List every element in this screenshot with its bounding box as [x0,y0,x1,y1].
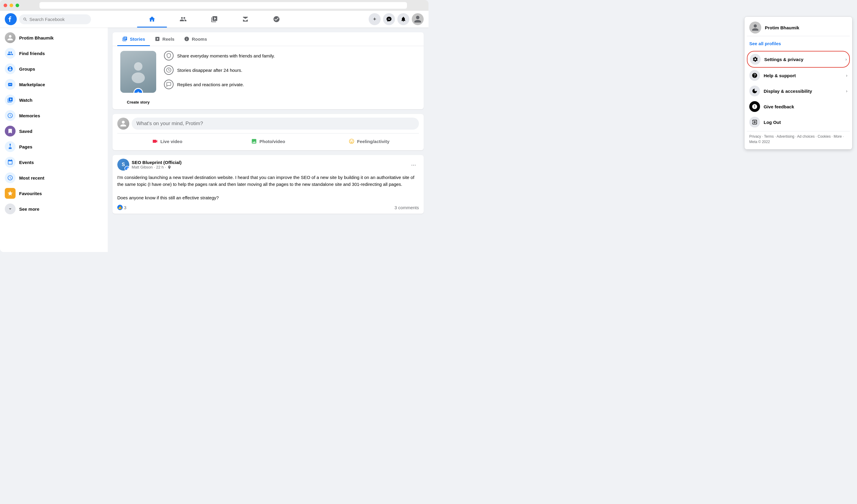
post-author-avatar: S [117,158,129,171]
nav-watch-btn[interactable] [199,12,229,26]
stories-info-text-2: Replies and reactions are private. [177,82,244,87]
facebook-logo[interactable] [5,13,17,25]
sidebar-user-avatar [5,32,16,43]
navbar-center [101,12,328,26]
post-footer: 👍 3 3 comments [113,205,424,210]
live-video-label: Live video [161,139,182,144]
tab-stories[interactable]: Stories [117,33,150,46]
sidebar-user-name: Protim Bhaumik [19,35,54,40]
sidebar-item-events[interactable]: Events [2,154,105,170]
photo-video-btn[interactable]: Photo/video [218,136,318,147]
post-time: 22 h [156,165,164,169]
post-author-info: SEO Blueprint (Official) Matt Gibson · 2… [132,160,182,169]
feeling-activity-btn[interactable]: Feeling/activity [319,136,419,147]
composer-avatar [117,118,129,130]
create-story-plus-btn[interactable]: + [133,88,143,93]
memories-icon [5,110,16,121]
photo-video-label: Photo/video [259,139,285,144]
marketplace-icon [5,79,16,90]
navbar-left [5,13,101,25]
sidebar-groups-label: Groups [19,66,35,71]
tab-rooms-label: Rooms [192,36,207,41]
tab-stories-label: Stories [130,36,145,41]
composer-top: What's on your mind, Protim? [117,118,419,130]
watch-icon [5,95,16,105]
sidebar-pages-label: Pages [19,144,32,149]
composer-actions: Live video Photo/video Feeling/activity [117,133,419,147]
sidebar-item-watch[interactable]: Watch [2,92,105,108]
messenger-icon [386,16,392,22]
create-story-label: Create story [127,100,150,104]
search-box[interactable] [19,14,91,24]
maximize-window-btn[interactable] [16,4,19,7]
sidebar-marketplace-label: Marketplace [19,82,45,87]
notifications-btn[interactable] [397,13,409,25]
groups-icon [5,64,16,74]
post-author-meta: Matt Gibson · 22 h · [132,165,182,169]
content-area: Stories Reels Rooms [108,28,428,252]
sidebar-item-pages[interactable]: Pages [2,139,105,154]
find-friends-icon [5,48,16,58]
live-video-icon [152,138,158,144]
sidebar-see-more-label: See more [19,206,39,212]
rooms-tab-icon [184,36,189,41]
sidebar-item-groups[interactable]: Groups [2,61,105,77]
post-more-options-btn[interactable]: ··· [408,159,419,170]
nav-groups-btn[interactable] [262,12,291,26]
post-composer-input[interactable]: What's on your mind, Protim? [132,118,419,130]
comments-count: 3 comments [394,205,419,210]
sub-badge-inner [125,166,129,171]
like-icon: 👍 [117,205,123,210]
disappear-icon [164,65,173,75]
post-likes: 👍 3 [117,205,126,210]
sidebar-item-saved[interactable]: Saved [2,123,105,139]
feeling-icon [349,138,355,144]
address-bar[interactable] [39,2,407,9]
nav-home-btn[interactable] [137,12,167,26]
story-person-silhouette [129,60,147,84]
svg-point-1 [132,72,145,83]
svg-point-0 [134,62,142,71]
sidebar-find-friends-label: Find friends [19,51,45,56]
sidebar-item-see-more[interactable]: See more [2,201,105,217]
post-content: I'm considering launching a new travel d… [113,174,424,201]
likes-count: 3 [124,205,126,210]
post-author-sub: Matt Gibson [132,165,153,169]
close-window-btn[interactable] [4,4,7,7]
sidebar-most-recent-label: Most recent [19,175,44,181]
tab-reels[interactable]: Reels [150,33,179,46]
sidebar-item-profile[interactable]: Protim Bhaumik [2,30,105,46]
sidebar-item-marketplace[interactable]: Marketplace [2,77,105,92]
private-replies-icon [164,80,173,89]
stories-info-item-2: Replies and reactions are private. [164,80,419,89]
sub-badge [124,166,129,171]
live-video-btn[interactable]: Live video [117,136,217,147]
sidebar-item-most-recent[interactable]: Most recent [2,170,105,186]
nav-marketplace-btn[interactable] [231,12,261,26]
stories-container: Stories Reels Rooms [113,32,424,109]
minimize-window-btn[interactable] [10,4,13,7]
sidebar-item-memories[interactable]: Memories [2,108,105,123]
sidebar-saved-label: Saved [19,129,32,134]
post-author: S SEO Blueprint (Official) Mat [117,158,182,171]
add-menu-btn[interactable]: + [369,13,381,25]
create-story-card[interactable]: + Create story [117,51,159,104]
sidebar: Protim Bhaumik Find friends Groups [0,28,108,252]
tab-rooms[interactable]: Rooms [179,33,212,46]
search-input[interactable] [29,17,87,22]
stories-info-item-0: Share everyday moments with friends and … [164,51,419,61]
messenger-btn[interactable] [383,13,395,25]
sidebar-item-find-friends[interactable]: Find friends [2,46,105,61]
story-image: + [120,51,156,93]
nav-friends-btn[interactable] [168,12,198,26]
stories-info-text-0: Share everyday moments with friends and … [177,53,275,58]
sidebar-item-favourites[interactable]: Favourites [2,186,105,201]
bell-icon [400,16,406,22]
post-card: S SEO Blueprint (Official) Mat [113,155,424,214]
profile-avatar-btn[interactable] [412,13,424,25]
saved-icon [5,126,16,136]
stories-tab-icon [122,36,128,41]
composer-placeholder: What's on your mind, Protim? [136,121,203,126]
stories-info-item-1: Stories disappear after 24 hours. [164,65,419,75]
photo-video-icon [251,138,257,144]
